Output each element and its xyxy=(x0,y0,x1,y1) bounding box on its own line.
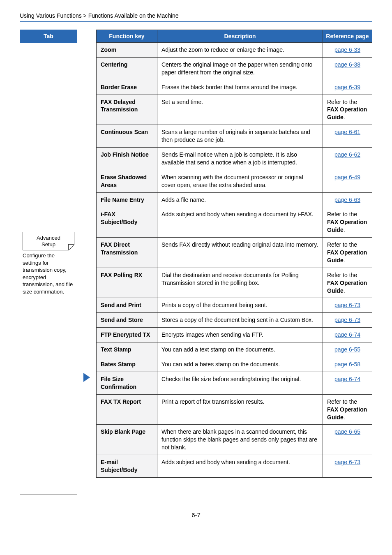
page-link[interactable]: page 6-63 xyxy=(334,197,360,203)
table-row: File Name EntryAdds a file name.page 6-6… xyxy=(97,192,372,207)
cell-reference: page 6-58 xyxy=(323,357,372,372)
ref-guide-name: FAX Operation Guide xyxy=(327,106,367,120)
ref-guide-name: FAX Operation Guide xyxy=(327,219,367,233)
ref-guide-name: FAX Operation Guide xyxy=(327,249,367,264)
table-row: Border EraseErases the black border that… xyxy=(97,80,372,95)
cell-reference: page 6-49 xyxy=(323,170,372,192)
cell-description: Centers the original image on the paper … xyxy=(157,57,323,80)
ref-text-pre: Refer to the xyxy=(327,241,357,248)
cell-description: Scans a large number of originals in sep… xyxy=(157,125,323,148)
cell-reference: page 6-73 xyxy=(323,298,372,313)
cell-function-key: FTP Encrypted TX xyxy=(97,328,157,342)
cell-description: Print a report of fax transmission resul… xyxy=(157,394,323,425)
page-link[interactable]: page 6-49 xyxy=(334,174,360,180)
table-row: FAX Polling RXDial the destination and r… xyxy=(97,268,372,298)
tab-description: Configure the settings for transmission … xyxy=(23,252,74,295)
table-row: FAX TX ReportPrint a report of fax trans… xyxy=(97,394,372,425)
table-container: Function key Description Reference page … xyxy=(96,30,372,495)
page-link[interactable]: page 6-73 xyxy=(334,302,360,308)
table-row: Skip Blank PageWhen there are blank page… xyxy=(97,425,372,455)
ref-text-pre: Refer to the xyxy=(327,398,357,405)
ref-text-post: . xyxy=(344,257,345,264)
triangle-right-icon xyxy=(83,373,90,382)
table-row: i-FAX Subject/BodyAdds subject and body … xyxy=(97,207,372,238)
table-row: Continuous ScanScans a large number of o… xyxy=(97,125,372,148)
cell-description: When scanning with the document processo… xyxy=(157,170,323,192)
cell-function-key: Job Finish Notice xyxy=(97,148,157,170)
cell-function-key: Bates Stamp xyxy=(97,357,157,372)
cell-function-key: Centering xyxy=(97,57,157,80)
page-link[interactable]: page 6-61 xyxy=(334,129,360,135)
page-link[interactable]: page 6-74 xyxy=(334,376,360,382)
page-link[interactable]: page 6-38 xyxy=(334,61,360,68)
cell-function-key: i-FAX Subject/Body xyxy=(97,207,157,238)
page-link[interactable]: page 6-55 xyxy=(334,346,360,353)
cell-description: Set a send time. xyxy=(157,95,323,125)
page-link[interactable]: page 6-73 xyxy=(334,459,360,465)
cell-function-key: File Name Entry xyxy=(97,192,157,207)
cell-reference: page 6-74 xyxy=(323,328,372,342)
tab-column: Tab Advanced Setup Configure the setting… xyxy=(20,30,77,495)
page-link[interactable]: page 6-62 xyxy=(334,151,360,158)
ref-text-post: . xyxy=(344,287,345,294)
tab-header: Tab xyxy=(20,30,77,43)
ref-text-post: . xyxy=(344,114,345,120)
page-link[interactable]: page 6-33 xyxy=(334,46,360,53)
page-link[interactable]: page 6-58 xyxy=(334,361,360,368)
tab-advanced-setup[interactable]: Advanced Setup xyxy=(23,232,74,250)
table-row: FAX Delayed TransmissionSet a send time.… xyxy=(97,95,372,125)
page-number: 6-7 xyxy=(20,511,372,518)
cell-description: You can add a text stamp on the document… xyxy=(157,342,323,357)
functions-table: Function key Description Reference page … xyxy=(96,30,372,478)
ref-guide-name: FAX Operation Guide xyxy=(327,280,367,294)
page-link[interactable]: page 6-73 xyxy=(334,317,360,323)
cell-function-key: FAX Polling RX xyxy=(97,268,157,298)
cell-reference: Refer to the FAX Operation Guide. xyxy=(323,95,372,125)
cell-reference: page 6-33 xyxy=(323,43,372,58)
cell-function-key: Skip Blank Page xyxy=(97,425,157,455)
cell-description: Prints a copy of the document being sent… xyxy=(157,298,323,313)
table-row: File Size ConfirmationChecks the file si… xyxy=(97,372,372,394)
cell-reference: page 6-38 xyxy=(323,57,372,80)
cell-reference: Refer to the FAX Operation Guide. xyxy=(323,394,372,425)
ref-text-pre: Refer to the xyxy=(327,272,357,278)
table-row: CenteringCenters the original image on t… xyxy=(97,57,372,80)
cell-function-key: FAX Direct Transmission xyxy=(97,238,157,268)
table-row: Text StampYou can add a text stamp on th… xyxy=(97,342,372,357)
cell-reference: page 6-63 xyxy=(323,192,372,207)
ref-text-pre: Refer to the xyxy=(327,99,357,105)
cell-reference: page 6-73 xyxy=(323,455,372,478)
cell-description: Adjust the zoom to reduce or enlarge the… xyxy=(157,43,323,58)
cell-description: Adds subject and body when sending a doc… xyxy=(157,207,323,238)
breadcrumb: Using Various Functions > Functions Avai… xyxy=(20,12,372,19)
arrow-container xyxy=(83,30,90,495)
cell-description: Erases the black border that forms aroun… xyxy=(157,80,323,95)
cell-description: Checks the file size before sending/stor… xyxy=(157,372,323,394)
cell-function-key: Send and Store xyxy=(97,313,157,328)
table-row: Send and StoreStores a copy of the docum… xyxy=(97,313,372,328)
tab-box-line1: Advanced xyxy=(37,235,60,241)
ref-guide-name: FAX Operation Guide xyxy=(327,406,367,421)
page-link[interactable]: page 6-74 xyxy=(334,331,360,338)
cell-description: Sends E-mail notice when a job is comple… xyxy=(157,148,323,170)
cell-function-key: FAX TX Report xyxy=(97,394,157,425)
tab-body: Advanced Setup Configure the settings fo… xyxy=(20,43,77,495)
table-row: E-mail Subject/BodyAdds subject and body… xyxy=(97,455,372,478)
table-header-row: Function key Description Reference page xyxy=(97,30,372,43)
cell-reference: page 6-73 xyxy=(323,313,372,328)
cell-function-key: Text Stamp xyxy=(97,342,157,357)
page-link[interactable]: page 6-65 xyxy=(334,428,360,435)
table-row: Job Finish NoticeSends E-mail notice whe… xyxy=(97,148,372,170)
tab-box-line2: Setup xyxy=(42,241,55,247)
page-link[interactable]: page 6-39 xyxy=(334,84,360,90)
cell-description: Stores a copy of the document being sent… xyxy=(157,313,323,328)
cell-function-key: Continuous Scan xyxy=(97,125,157,148)
cell-function-key: Send and Print xyxy=(97,298,157,313)
table-row: Send and PrintPrints a copy of the docum… xyxy=(97,298,372,313)
cell-description: Adds a file name. xyxy=(157,192,323,207)
cell-description: Sends FAX directly without reading origi… xyxy=(157,238,323,268)
cell-reference: page 6-55 xyxy=(323,342,372,357)
cell-function-key: E-mail Subject/Body xyxy=(97,455,157,478)
th-reference: Reference page xyxy=(323,30,372,43)
cell-function-key: Zoom xyxy=(97,43,157,58)
